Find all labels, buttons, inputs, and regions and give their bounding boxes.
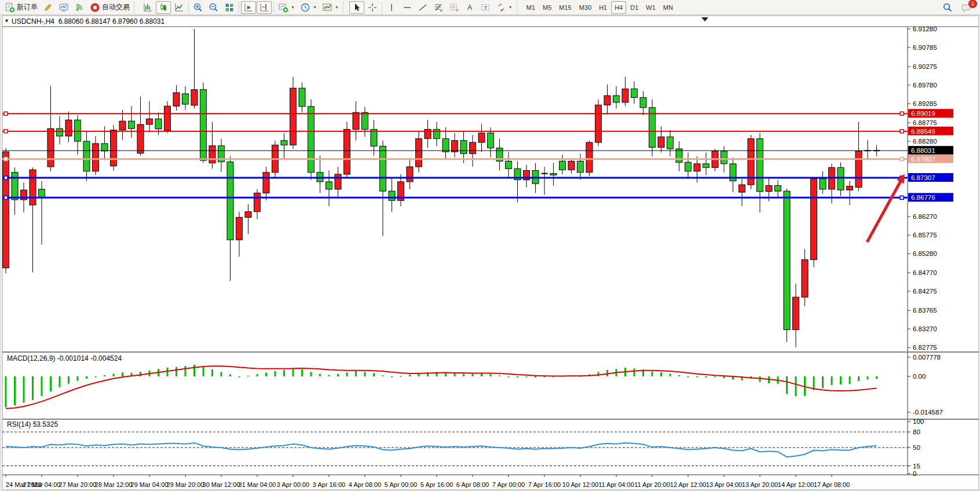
line-handle[interactable] — [900, 157, 904, 161]
new-chart-button[interactable]: ▼ — [276, 1, 297, 14]
candlestick-chart-button[interactable] — [156, 1, 171, 14]
tile-windows-icon — [224, 2, 235, 13]
line-handle[interactable] — [4, 130, 8, 133]
candle-body — [838, 167, 844, 190]
search-button[interactable] — [940, 1, 955, 14]
crosshair-tool-button[interactable] — [365, 1, 380, 14]
vertical-line-tool-button[interactable] — [384, 1, 399, 14]
toolbar-grip[interactable] — [343, 2, 348, 13]
macd-bar — [876, 376, 877, 379]
date-tick-label: 11 Apr 04:00 — [598, 481, 634, 488]
line-handle[interactable] — [900, 130, 904, 133]
zoom-in-button[interactable] — [191, 1, 206, 14]
candle-body — [721, 151, 727, 164]
grid-icon: F — [449, 2, 459, 13]
timeframe-M1[interactable]: M1 — [523, 1, 539, 14]
bar-chart-button[interactable] — [140, 1, 155, 14]
market-watch-button[interactable] — [56, 1, 71, 14]
auto-scroll-button[interactable] — [241, 1, 256, 14]
cursor-tool-button[interactable] — [349, 1, 364, 14]
horizontal-line-tool-button[interactable] — [400, 1, 415, 14]
notifications-button[interactable]: 1 — [959, 1, 974, 14]
macd-bar — [759, 376, 761, 382]
timeframe-H4[interactable]: H4 — [611, 1, 626, 14]
chart-canvas[interactable]: 6.912806.907856.902756.897806.892856.887… — [0, 0, 980, 491]
price-tick-label: 6.91280 — [913, 25, 937, 32]
line-chart-button[interactable] — [171, 1, 187, 14]
candle-body — [65, 120, 72, 136]
candle-body — [550, 174, 557, 175]
tile-windows-button[interactable] — [222, 1, 237, 14]
line-handle[interactable] — [4, 157, 8, 161]
grid-tool-button[interactable]: F — [447, 1, 462, 14]
toolbar-grip[interactable] — [517, 2, 521, 13]
indicators-button[interactable]: ▼ — [320, 1, 341, 14]
fibonacci-tool-button[interactable]: E — [431, 1, 446, 14]
macd-bar — [508, 376, 510, 378]
horizontal-line-icon — [402, 2, 412, 13]
dropdown-arrow-icon[interactable]: ▼ — [291, 5, 295, 9]
candle-body — [83, 141, 90, 171]
price-level-badge-label: 6.86776 — [911, 194, 935, 201]
macd-bar — [606, 370, 608, 376]
line-handle[interactable] — [4, 176, 8, 179]
timeframe-M5[interactable]: M5 — [539, 1, 555, 14]
macd-bar — [445, 373, 447, 376]
macd-bar — [499, 375, 500, 376]
timeframe-M30[interactable]: M30 — [576, 1, 595, 14]
styler-button[interactable] — [41, 1, 56, 14]
zoom-out-button[interactable] — [206, 1, 221, 14]
dropdown-arrow-icon[interactable]: ▼ — [509, 5, 513, 9]
macd-bar — [867, 376, 869, 380]
macd-bar — [275, 371, 276, 376]
dropdown-arrow-icon[interactable]: ▼ — [313, 5, 317, 9]
macd-bar — [840, 376, 842, 384]
periods-button[interactable]: ▼ — [298, 1, 319, 14]
date-tick-label: 11 Apr 20:00 — [634, 481, 670, 488]
text-label-tool-button[interactable]: T — [478, 1, 493, 14]
signals-button[interactable] — [72, 1, 87, 14]
macd-bar — [23, 376, 25, 403]
main-toolbar: 新订单 自动交易 — [0, 0, 980, 15]
macd-bar — [59, 376, 61, 387]
auto-trading-button[interactable]: 自动交易 — [87, 1, 132, 14]
line-handle[interactable] — [4, 196, 8, 199]
candle-body — [757, 139, 763, 192]
line-handle[interactable] — [4, 112, 8, 115]
candle-body — [371, 129, 377, 146]
timeframe-MN[interactable]: MN — [660, 1, 677, 14]
macd-bar — [122, 372, 123, 376]
timeframe-D1[interactable]: D1 — [627, 1, 642, 14]
macd-bar — [337, 374, 339, 376]
timeframe-M15[interactable]: M15 — [555, 1, 575, 14]
date-tick-label: 12 Apr 12:00 — [670, 481, 706, 488]
timeframe-H1[interactable]: H1 — [595, 1, 610, 14]
candle-body — [488, 133, 494, 148]
candle-body — [245, 212, 251, 218]
candle-body — [326, 182, 332, 189]
arrows-tool-button[interactable]: ▼ — [493, 1, 515, 14]
dropdown-arrow-icon[interactable]: ▼ — [335, 5, 339, 9]
candle-body — [281, 141, 287, 145]
macd-bar — [203, 367, 204, 376]
candle-body — [164, 106, 171, 130]
chart-shift-button[interactable] — [257, 1, 272, 14]
text-tool-button[interactable]: A — [462, 1, 477, 14]
new-order-button[interactable]: 新订单 — [2, 1, 40, 14]
macd-bar — [185, 366, 187, 376]
macd-bar — [544, 376, 546, 378]
timeframe-W1[interactable]: W1 — [642, 1, 659, 14]
price-tick-label: 6.84275 — [913, 288, 937, 295]
macd-bar — [364, 372, 366, 376]
date-tick-label: 14 Apr 12:00 — [778, 481, 814, 488]
candle-body — [39, 189, 45, 197]
candle-body — [595, 105, 602, 142]
date-tick-label: 5 Apr 00:00 — [385, 481, 417, 488]
macd-bar — [391, 376, 393, 378]
line-handle[interactable] — [900, 112, 904, 115]
toolbar-grip[interactable] — [134, 2, 138, 13]
macd-tick-label: 0.007778 — [913, 354, 941, 361]
trendline-tool-button[interactable] — [415, 1, 430, 14]
line-handle[interactable] — [900, 196, 904, 199]
date-tick-label: 7 Apr 00:00 — [492, 481, 525, 488]
